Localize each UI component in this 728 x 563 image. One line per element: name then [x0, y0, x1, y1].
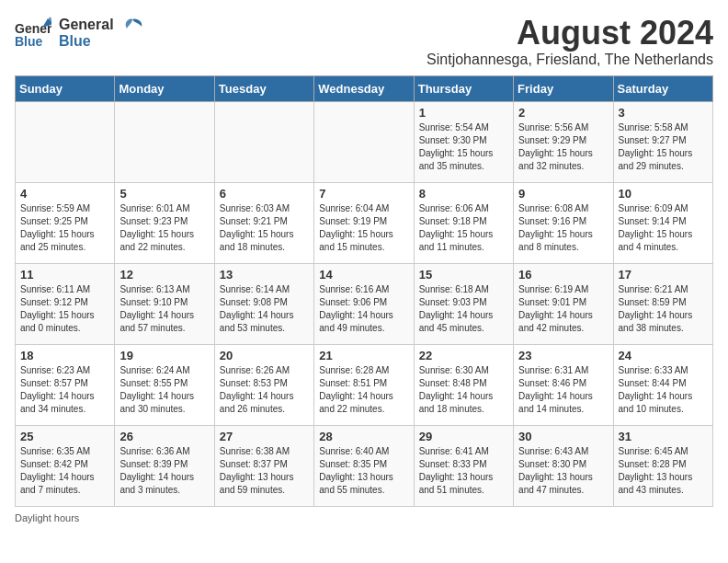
calendar-day-cell: 27Sunrise: 6:38 AM Sunset: 8:37 PM Dayli… — [214, 425, 313, 506]
day-number: 12 — [119, 268, 209, 282]
calendar-day-cell: 11Sunrise: 6:11 AM Sunset: 9:12 PM Dayli… — [16, 263, 115, 344]
day-content: Sunrise: 6:38 AM Sunset: 8:37 PM Dayligh… — [220, 445, 309, 497]
day-number: 10 — [619, 187, 708, 201]
day-number: 6 — [220, 187, 309, 201]
day-number: 24 — [619, 349, 708, 362]
footer-note: Daylight hours — [15, 512, 713, 523]
day-content: Sunrise: 6:01 AM Sunset: 9:23 PM Dayligh… — [119, 202, 209, 254]
calendar-day-cell: 31Sunrise: 6:45 AM Sunset: 8:28 PM Dayli… — [613, 425, 712, 506]
day-number: 4 — [20, 187, 109, 201]
day-content: Sunrise: 5:54 AM Sunset: 9:30 PM Dayligh… — [419, 121, 508, 173]
day-content: Sunrise: 6:41 AM Sunset: 8:33 PM Dayligh… — [419, 445, 508, 497]
calendar-day-cell: 10Sunrise: 6:09 AM Sunset: 9:14 PM Dayli… — [613, 182, 712, 263]
title-area: August 2024 Sintjohannesga, Friesland, T… — [427, 15, 713, 68]
day-of-week-header: Thursday — [414, 75, 513, 101]
calendar-day-cell: 3Sunrise: 5:58 AM Sunset: 9:27 PM Daylig… — [613, 101, 712, 182]
calendar-day-cell: 2Sunrise: 5:56 AM Sunset: 9:29 PM Daylig… — [514, 101, 613, 182]
day-content: Sunrise: 5:58 AM Sunset: 9:27 PM Dayligh… — [619, 121, 708, 173]
day-number: 14 — [319, 268, 408, 282]
day-content: Sunrise: 6:31 AM Sunset: 8:46 PM Dayligh… — [518, 364, 608, 416]
day-number: 20 — [220, 349, 309, 362]
calendar-day-cell: 6Sunrise: 6:03 AM Sunset: 9:21 PM Daylig… — [214, 182, 313, 263]
calendar-day-cell: 12Sunrise: 6:13 AM Sunset: 9:10 PM Dayli… — [115, 263, 214, 344]
logo-bird-icon — [119, 16, 145, 41]
calendar-day-cell: 4Sunrise: 5:59 AM Sunset: 9:25 PM Daylig… — [16, 182, 115, 263]
day-content: Sunrise: 6:11 AM Sunset: 9:12 PM Dayligh… — [20, 283, 109, 335]
day-number: 31 — [619, 430, 708, 443]
day-number: 9 — [518, 187, 608, 201]
calendar-day-cell — [16, 101, 115, 182]
logo-icon: General Blue — [15, 15, 51, 52]
calendar-day-cell: 9Sunrise: 6:08 AM Sunset: 9:16 PM Daylig… — [514, 182, 613, 263]
day-number: 15 — [419, 268, 508, 282]
day-number: 5 — [119, 187, 209, 201]
day-number: 19 — [119, 349, 209, 362]
day-number: 16 — [518, 268, 608, 282]
calendar-day-cell: 30Sunrise: 6:43 AM Sunset: 8:30 PM Dayli… — [514, 425, 613, 506]
day-content: Sunrise: 6:43 AM Sunset: 8:30 PM Dayligh… — [518, 445, 608, 497]
logo-blue-text: Blue — [59, 33, 114, 50]
day-content: Sunrise: 5:56 AM Sunset: 9:29 PM Dayligh… — [518, 121, 608, 173]
day-number: 3 — [619, 106, 708, 120]
calendar-day-cell: 13Sunrise: 6:14 AM Sunset: 9:08 PM Dayli… — [214, 263, 313, 344]
calendar-week-row: 11Sunrise: 6:11 AM Sunset: 9:12 PM Dayli… — [16, 263, 713, 344]
day-number: 27 — [220, 430, 309, 443]
day-number: 11 — [20, 268, 109, 282]
calendar-day-cell — [214, 101, 313, 182]
calendar-day-cell: 24Sunrise: 6:33 AM Sunset: 8:44 PM Dayli… — [613, 344, 712, 425]
day-number: 8 — [419, 187, 508, 201]
calendar-day-cell: 18Sunrise: 6:23 AM Sunset: 8:57 PM Dayli… — [16, 344, 115, 425]
logo-general-text: General — [59, 17, 114, 33]
logo: General Blue General Blue — [15, 15, 145, 52]
day-content: Sunrise: 6:24 AM Sunset: 8:55 PM Dayligh… — [119, 364, 209, 416]
day-content: Sunrise: 6:13 AM Sunset: 9:10 PM Dayligh… — [119, 283, 209, 335]
calendar-week-row: 4Sunrise: 5:59 AM Sunset: 9:25 PM Daylig… — [16, 182, 713, 263]
day-content: Sunrise: 6:04 AM Sunset: 9:19 PM Dayligh… — [319, 202, 408, 254]
day-content: Sunrise: 6:16 AM Sunset: 9:06 PM Dayligh… — [319, 283, 408, 335]
calendar-day-cell: 7Sunrise: 6:04 AM Sunset: 9:19 PM Daylig… — [314, 182, 414, 263]
day-of-week-header: Wednesday — [314, 75, 414, 101]
day-content: Sunrise: 6:03 AM Sunset: 9:21 PM Dayligh… — [220, 202, 309, 254]
day-number: 2 — [518, 106, 608, 120]
day-content: Sunrise: 6:40 AM Sunset: 8:35 PM Dayligh… — [319, 445, 408, 497]
calendar-day-cell: 8Sunrise: 6:06 AM Sunset: 9:18 PM Daylig… — [414, 182, 513, 263]
day-number: 26 — [119, 430, 209, 443]
month-year-title: August 2024 — [427, 15, 713, 52]
calendar-day-cell: 17Sunrise: 6:21 AM Sunset: 8:59 PM Dayli… — [613, 263, 712, 344]
calendar-day-cell — [115, 101, 214, 182]
calendar-day-cell: 16Sunrise: 6:19 AM Sunset: 9:01 PM Dayli… — [514, 263, 613, 344]
page-header: General Blue General Blue August 2024 Si… — [15, 15, 713, 68]
day-of-week-header: Tuesday — [214, 75, 313, 101]
calendar-week-row: 1Sunrise: 5:54 AM Sunset: 9:30 PM Daylig… — [16, 101, 713, 182]
day-number: 17 — [619, 268, 708, 282]
day-number: 23 — [518, 349, 608, 362]
day-number: 28 — [319, 430, 408, 443]
calendar-day-cell: 28Sunrise: 6:40 AM Sunset: 8:35 PM Dayli… — [314, 425, 414, 506]
day-number: 21 — [319, 349, 408, 362]
calendar-day-cell: 26Sunrise: 6:36 AM Sunset: 8:39 PM Dayli… — [115, 425, 214, 506]
day-content: Sunrise: 6:28 AM Sunset: 8:51 PM Dayligh… — [319, 364, 408, 416]
calendar-header-row: SundayMondayTuesdayWednesdayThursdayFrid… — [16, 75, 713, 101]
day-number: 29 — [419, 430, 508, 443]
day-content: Sunrise: 6:33 AM Sunset: 8:44 PM Dayligh… — [619, 364, 708, 416]
day-content: Sunrise: 5:59 AM Sunset: 9:25 PM Dayligh… — [20, 202, 109, 254]
day-content: Sunrise: 6:30 AM Sunset: 8:48 PM Dayligh… — [419, 364, 508, 416]
calendar-week-row: 18Sunrise: 6:23 AM Sunset: 8:57 PM Dayli… — [16, 344, 713, 425]
calendar-day-cell: 23Sunrise: 6:31 AM Sunset: 8:46 PM Dayli… — [514, 344, 613, 425]
day-content: Sunrise: 6:45 AM Sunset: 8:28 PM Dayligh… — [619, 445, 708, 497]
day-number: 1 — [419, 106, 508, 120]
day-of-week-header: Monday — [115, 75, 214, 101]
day-number: 25 — [20, 430, 109, 443]
day-content: Sunrise: 6:06 AM Sunset: 9:18 PM Dayligh… — [419, 202, 508, 254]
day-content: Sunrise: 6:14 AM Sunset: 9:08 PM Dayligh… — [220, 283, 309, 335]
day-number: 30 — [518, 430, 608, 443]
calendar-day-cell: 29Sunrise: 6:41 AM Sunset: 8:33 PM Dayli… — [414, 425, 513, 506]
day-number: 7 — [319, 187, 408, 201]
calendar-table: SundayMondayTuesdayWednesdayThursdayFrid… — [15, 75, 713, 507]
calendar-week-row: 25Sunrise: 6:35 AM Sunset: 8:42 PM Dayli… — [16, 425, 713, 506]
calendar-day-cell: 25Sunrise: 6:35 AM Sunset: 8:42 PM Dayli… — [16, 425, 115, 506]
day-number: 13 — [220, 268, 309, 282]
calendar-day-cell: 21Sunrise: 6:28 AM Sunset: 8:51 PM Dayli… — [314, 344, 414, 425]
calendar-day-cell: 1Sunrise: 5:54 AM Sunset: 9:30 PM Daylig… — [414, 101, 513, 182]
calendar-day-cell: 20Sunrise: 6:26 AM Sunset: 8:53 PM Dayli… — [214, 344, 313, 425]
